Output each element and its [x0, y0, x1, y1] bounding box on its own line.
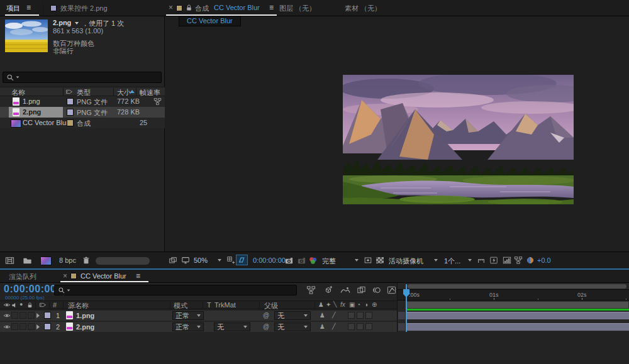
- resolution-select[interactable]: 完整: [322, 256, 336, 266]
- tab-effect-controls[interactable]: 效果控件 2.png: [60, 4, 108, 13]
- label-swatch[interactable]: [67, 98, 74, 105]
- trash-icon[interactable]: [82, 256, 91, 265]
- trkmat-select[interactable]: 无: [214, 323, 250, 331]
- always-preview-icon[interactable]: [169, 256, 177, 265]
- parent-select[interactable]: 无: [274, 311, 311, 320]
- transparency-grid-icon[interactable]: [376, 257, 384, 263]
- footer-scrollbar[interactable]: [96, 257, 150, 265]
- blend-mode-select[interactable]: 正常: [172, 311, 204, 320]
- parent-pickwhip-icon[interactable]: @: [263, 312, 269, 319]
- shy-layers-icon[interactable]: [340, 285, 350, 295]
- project-panel-menu-icon[interactable]: ≡: [26, 3, 31, 12]
- project-row-1png[interactable]: 1.png PNG 文件 772 KB: [0, 96, 165, 107]
- comp-current-time[interactable]: 0:00:00:00: [253, 256, 286, 264]
- layer-label-swatch[interactable]: [44, 323, 51, 330]
- timeline-current-time[interactable]: 0:00:00:00: [4, 284, 56, 295]
- time-ruler[interactable]: :00s 01s 02s: [398, 289, 629, 301]
- label-swatch[interactable]: [67, 109, 74, 116]
- tab-project[interactable]: 项目: [6, 4, 20, 13]
- zoom-select[interactable]: 50%: [194, 256, 208, 264]
- col-index[interactable]: #: [53, 301, 57, 309]
- project-row-2png[interactable]: 2.png PNG 文件 728 KB: [0, 107, 165, 118]
- composition-viewport[interactable]: [343, 75, 574, 204]
- lock-icon[interactable]: [185, 4, 193, 12]
- parent-select[interactable]: 无: [274, 323, 311, 331]
- comp-panel-menu-icon[interactable]: ≡: [269, 3, 274, 12]
- sort-ascending-icon[interactable]: [130, 90, 135, 93]
- view-layout-select[interactable]: 1个...: [444, 256, 460, 266]
- new-composition-icon[interactable]: [40, 256, 52, 265]
- switch-cell[interactable]: [365, 323, 372, 330]
- project-color-depth[interactable]: 8 bpc: [59, 256, 76, 264]
- switch-cell[interactable]: [348, 323, 355, 330]
- main-viewer-icon[interactable]: [181, 256, 190, 265]
- layer-row-2[interactable]: 2 2.png 正常 无 @ 无 ♟ ╱: [0, 322, 397, 332]
- timeline-panel-menu-icon[interactable]: ≡: [136, 272, 140, 280]
- fast-preview-icon[interactable]: [489, 256, 498, 265]
- lock-toggle[interactable]: [28, 323, 35, 330]
- switch-cell[interactable]: [357, 312, 364, 319]
- quality-toggle-icon[interactable]: ╱: [332, 323, 335, 329]
- exposure-value[interactable]: +0.0: [537, 256, 551, 264]
- camera-caret-icon[interactable]: [434, 259, 438, 262]
- zoom-caret-icon[interactable]: [218, 259, 221, 262]
- timeline-tab-name[interactable]: CC Vector Blur: [81, 272, 126, 280]
- layer-2-duration-bar[interactable]: [406, 323, 629, 331]
- audio-toggle[interactable]: [11, 312, 18, 319]
- switch-cell[interactable]: [357, 323, 364, 330]
- region-of-interest-icon[interactable]: [364, 256, 372, 265]
- layer-visibility-icon[interactable]: [3, 323, 11, 331]
- tab-footage[interactable]: 素材 （无）: [345, 4, 381, 13]
- time-navigator[interactable]: [408, 284, 626, 289]
- expand-arrow-icon[interactable]: [36, 313, 40, 318]
- expand-arrow-icon[interactable]: [36, 324, 40, 329]
- timeline-graph-icon[interactable]: [503, 256, 511, 265]
- frame-blend-icon[interactable]: [357, 285, 366, 295]
- parent-pickwhip-icon[interactable]: @: [263, 323, 269, 330]
- col-parent[interactable]: 父级: [264, 301, 278, 311]
- channel-rgb-icon[interactable]: [308, 256, 318, 265]
- timeline-tab-close-icon[interactable]: ×: [63, 272, 67, 280]
- blend-mode-select[interactable]: 正常: [172, 323, 204, 331]
- mask-visibility-toggle[interactable]: [236, 255, 248, 265]
- col-trkmat[interactable]: TrkMat: [214, 301, 236, 309]
- lock-toggle[interactable]: [28, 312, 35, 319]
- graph-editor-icon[interactable]: [387, 285, 396, 295]
- reset-exposure-icon[interactable]: [526, 256, 535, 265]
- snapshot-icon[interactable]: [284, 256, 294, 265]
- resolution-caret-icon[interactable]: [355, 259, 359, 262]
- comp-tab-name[interactable]: CC Vector Blur: [214, 4, 260, 11]
- layout-caret-icon[interactable]: [468, 259, 472, 262]
- timeline-search-input[interactable]: [54, 285, 297, 295]
- mini-flowchart-icon[interactable]: [306, 285, 316, 295]
- label-swatch[interactable]: [67, 119, 74, 126]
- view-camera-select[interactable]: 活动摄像机: [389, 256, 423, 266]
- shy-toggle-icon[interactable]: ♟: [320, 323, 325, 330]
- pixel-aspect-correction-icon[interactable]: [477, 256, 486, 265]
- grid-guides-icon[interactable]: [226, 256, 235, 265]
- layer-row-1[interactable]: 1 1.png 正常 @ 无 ♟ ╱: [0, 311, 397, 321]
- col-t[interactable]: T: [207, 301, 211, 309]
- draft-3d-icon[interactable]: [323, 285, 333, 295]
- comp-flowchart-icon[interactable]: [514, 256, 523, 265]
- solo-toggle[interactable]: [19, 312, 26, 319]
- flowchart-icon[interactable]: [153, 97, 162, 106]
- layer-visibility-icon[interactable]: [3, 312, 11, 319]
- layer-label-swatch[interactable]: [44, 312, 51, 319]
- solo-toggle[interactable]: [19, 323, 26, 330]
- tab-layer[interactable]: 图层 （无）: [279, 4, 316, 13]
- interpret-footage-icon[interactable]: [5, 256, 14, 265]
- project-row-comp[interactable]: CC Vector Blur 合成 25: [0, 118, 165, 128]
- show-snapshot-icon[interactable]: [297, 256, 306, 265]
- label-color-icon[interactable]: [65, 88, 73, 96]
- layer-1-duration-bar[interactable]: [406, 312, 629, 319]
- work-area-bar[interactable]: [406, 301, 629, 309]
- shy-toggle-icon[interactable]: ♟: [320, 312, 325, 319]
- col-mode[interactable]: 模式: [174, 301, 187, 311]
- switch-cell[interactable]: [365, 312, 372, 319]
- quality-toggle-icon[interactable]: ╱: [332, 312, 335, 318]
- comp-tab-label[interactable]: 合成: [195, 4, 209, 13]
- audio-toggle[interactable]: [11, 323, 18, 330]
- viewer-tab[interactable]: CC Vector Blur: [179, 16, 241, 26]
- footage-dropdown-icon[interactable]: [75, 22, 79, 25]
